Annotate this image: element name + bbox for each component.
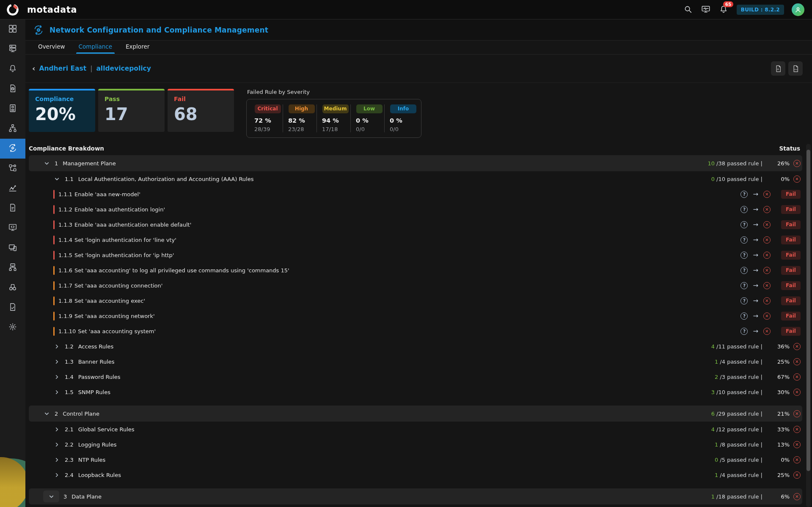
row-label: Enable 'aaa new-model' [74,191,140,197]
sidebar-item-scheduler[interactable] [0,79,25,99]
help-icon[interactable]: ? [740,191,748,198]
sidebar-item-network-map[interactable] [0,159,25,178]
goto-arrow-icon[interactable]: → [753,313,758,319]
tree-row-2.4[interactable]: 2.4Loopback Rules1 /4 passed rule |25%✕ [29,467,802,482]
row-label: SNMP Rules [78,389,110,395]
severity-bar [53,266,55,275]
sidebar-item-topology[interactable] [0,119,25,139]
rule-row-1.1.10[interactable]: 1.1.10Set 'aaa accounting system'?→✕Fail [29,323,802,339]
sidebar-item-discovery[interactable] [0,278,25,298]
help-icon[interactable]: ? [740,282,748,289]
breadcrumb-policy[interactable]: alldevicepolicy [96,65,151,72]
scrollbar-thumb[interactable] [806,150,810,471]
sidebar-item-alerts[interactable] [0,59,25,79]
rule-row-1.1.7[interactable]: 1.1.7Set 'aaa accounting connection'?→✕F… [29,278,802,293]
goto-arrow-icon[interactable]: → [753,206,758,213]
tree-row-1.3[interactable]: 1.3Banner Rules1 /4 passed rule |25%✕ [29,354,802,369]
tree-row-1[interactable]: 1Management Plane10 /38 passed rule |26%… [29,155,802,171]
chevron-down-icon[interactable] [43,491,59,502]
help-icon[interactable]: ? [740,312,748,320]
sidebar-item-dashboard[interactable] [0,19,25,39]
goto-arrow-icon[interactable]: → [753,298,758,304]
status-fail-badge: Fail [781,312,801,321]
chevron-right-icon[interactable] [53,343,61,350]
severity-percent: 94 % [322,117,350,124]
fail-x-icon: ✕ [793,410,801,417]
tree-row-2[interactable]: 2Control Plane6 /29 passed rule |21%✕ [29,406,802,422]
tab-compliance[interactable]: Compliance [72,41,119,54]
chevron-down-icon[interactable] [43,160,50,167]
sidebar-item-metrics[interactable] [0,178,25,198]
sidebar-item-compliance[interactable] [0,139,25,159]
goto-arrow-icon[interactable]: → [753,328,758,334]
chevron-right-icon[interactable] [53,426,61,433]
rule-row-1.1.9[interactable]: 1.1.9Set 'aaa accounting network'?→✕Fail [29,308,802,323]
export-pdf-button[interactable]: A [771,61,785,76]
help-icon[interactable]: ? [740,297,748,304]
rule-row-1.1.2[interactable]: 1.1.2Enable 'aaa authentication login'?→… [29,202,802,217]
tree-row-1.5[interactable]: 1.5SNMP Rules3 /10 passed rule |30%✕ [29,384,802,400]
rule-row-1.1.1[interactable]: 1.1.1Enable 'aaa new-model'?→✕Fail [29,186,802,202]
chevron-right-icon[interactable] [53,373,61,381]
percent-value: 0% [770,176,790,182]
fail-x-icon: ✕ [793,343,801,350]
rule-row-1.1.8[interactable]: 1.1.8Set 'aaa accounting exec'?→✕Fail [29,293,802,308]
severity-fraction: 0/0 [390,126,418,132]
chevron-right-icon[interactable] [53,456,61,463]
sidebar-item-server-rack[interactable] [0,258,25,278]
goto-arrow-icon[interactable]: → [753,191,758,197]
goto-arrow-icon[interactable]: → [753,237,758,243]
row-label: Access Rules [78,343,114,350]
search-icon[interactable] [683,5,694,15]
tree-row-1.2[interactable]: 1.2Access Rules4 /11 passed rule |36%✕ [29,339,802,354]
help-icon[interactable]: ? [740,328,748,335]
user-avatar[interactable] [792,3,804,16]
tab-explorer[interactable]: Explorer [119,41,156,54]
rule-row-1.1.3[interactable]: 1.1.3Enable 'aaa authentication enable d… [29,217,802,232]
help-icon[interactable]: ? [740,221,748,228]
tree-row-2.1[interactable]: 2.1Global Service Rules4 /12 passed rule… [29,422,802,437]
rule-row-1.1.6[interactable]: 1.1.6Set 'aaa accounting' to log all pri… [29,263,802,278]
chevron-right-icon[interactable] [53,389,61,396]
tree-row-2.3[interactable]: 2.3NTP Rules0 /5 passed rule |0%✕ [29,452,802,467]
export-csv-button[interactable]: CSV [788,61,803,76]
chevron-right-icon[interactable] [53,471,61,479]
goto-arrow-icon[interactable]: → [753,282,758,289]
tree-row-1.4[interactable]: 1.4Password Rules2 /3 passed rule |67%✕ [29,369,802,384]
breadcrumb-group[interactable]: Andheri East [39,65,86,72]
rule-row-1.1.4[interactable]: 1.1.4Set 'login authentication for 'line… [29,232,802,247]
goto-arrow-icon[interactable]: → [753,267,758,274]
chevron-right-icon[interactable] [53,358,61,365]
help-icon[interactable]: ? [740,236,748,244]
chevron-down-icon[interactable] [53,175,61,183]
goto-arrow-icon[interactable]: → [753,222,758,228]
sidebar-item-audit[interactable] [0,298,25,318]
help-icon[interactable]: ? [740,267,748,274]
percent-value: 33% [770,426,790,433]
tree-row-3.1[interactable]: 3.1Routing Rules1 /4 passed rule |25%✕ [29,504,802,507]
monitor-activity-icon[interactable] [701,5,711,15]
goto-arrow-icon[interactable]: → [753,252,758,258]
chevron-right-icon[interactable] [53,441,61,448]
sidebar-item-devices[interactable] [0,238,25,258]
chevron-down-icon[interactable] [43,410,50,417]
tree-row-1.1[interactable]: 1.1Local Authentication, Authorization a… [29,171,802,186]
sidebar-item-inventory[interactable] [0,39,25,59]
tab-overview[interactable]: Overview [31,41,72,54]
breadcrumb-separator: | [90,65,92,72]
help-icon[interactable]: ? [740,206,748,213]
help-icon[interactable]: ? [740,252,748,259]
tree-row-2.2[interactable]: 2.2Logging Rules1 /8 passed rule |13%✕ [29,437,802,452]
passed-count: 2 [715,374,718,380]
passed-rule-text: /4 passed rule | [718,359,762,365]
back-chevron-icon[interactable]: ‹ [32,65,35,72]
sidebar-item-reports[interactable] [0,99,25,119]
notifications-bell-icon[interactable]: 65 [719,5,729,15]
sidebar-item-logs[interactable] [0,198,25,218]
row-label: Set 'aaa accounting exec' [74,298,145,304]
sidebar-item-agents[interactable] [0,218,25,238]
sidebar-item-settings[interactable] [0,318,25,337]
compliance-tree: 1Management Plane10 /38 passed rule |26%… [29,155,802,507]
rule-row-1.1.5[interactable]: 1.1.5Set 'login authentication for 'ip h… [29,247,802,263]
tree-row-3[interactable]: 3Data Plane1 /18 passed rule |6%✕ [29,488,802,504]
